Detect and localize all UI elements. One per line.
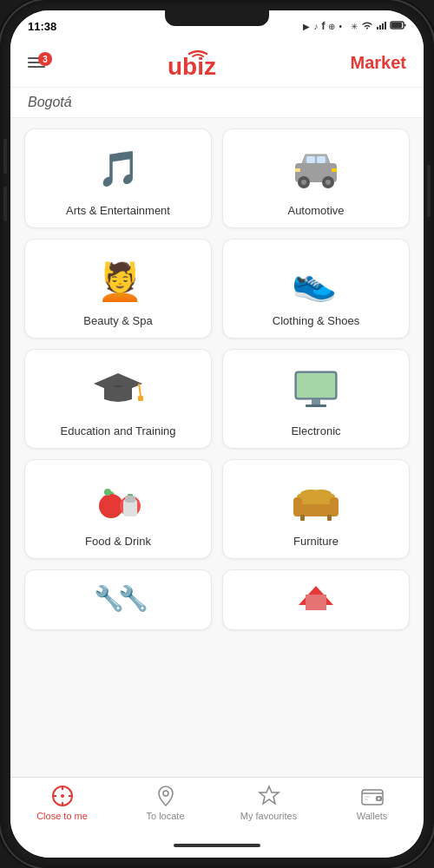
food-label: Food & Drink <box>85 535 151 548</box>
wallet-icon <box>361 785 384 807</box>
logo: ubiz <box>163 47 233 78</box>
svg-point-56 <box>378 798 380 800</box>
svg-rect-10 <box>306 156 315 163</box>
svg-text:ubiz: ubiz <box>168 53 216 80</box>
svg-text:👟: 👟 <box>292 260 338 304</box>
app-header: 3 ubiz Market <box>10 38 424 88</box>
beauty-label: Beauty & Spa <box>83 314 153 327</box>
education-icon <box>88 364 148 416</box>
signal-icon <box>377 21 387 31</box>
furniture-icon <box>286 474 346 526</box>
category-arts[interactable]: 🎵 Arts & Entertainment <box>24 128 212 228</box>
svg-point-37 <box>311 490 332 498</box>
clothing-label: Clothing & Shoes <box>273 314 359 327</box>
food-icon <box>88 474 148 526</box>
electronic-icon <box>286 364 346 416</box>
categories-grid: 🎵 Arts & Entertainment <box>24 128 410 630</box>
category-beauty[interactable]: 💆 Beauty & Spa <box>24 239 212 339</box>
svg-rect-26 <box>312 399 320 404</box>
category-furniture[interactable]: Furniture <box>222 459 410 559</box>
status-time: 11:38 <box>28 20 56 33</box>
location-bar: Bogotá <box>10 88 424 118</box>
battery-icon <box>391 21 406 31</box>
arts-icon: 🎵 <box>88 143 148 195</box>
category-food[interactable]: Food & Drink <box>24 459 212 559</box>
beauty-icon: 💆 <box>88 253 148 306</box>
automotive-label: Automotive <box>287 204 344 217</box>
bottom-nav: Close to me To locate My favourites <box>10 777 424 833</box>
svg-rect-1 <box>379 25 381 30</box>
svg-point-15 <box>326 180 331 185</box>
svg-point-13 <box>301 180 306 185</box>
category-partial1[interactable]: 🔧 🔧 <box>24 569 212 630</box>
dot-icon: • <box>339 22 342 31</box>
star-icon <box>258 785 280 807</box>
svg-rect-40 <box>300 515 305 521</box>
volume-down-button <box>3 187 7 221</box>
power-button <box>427 165 431 217</box>
svg-rect-41 <box>327 515 332 521</box>
education-label: Education and Training <box>61 424 176 437</box>
pin-icon <box>155 785 177 807</box>
categories-container: 🎵 Arts & Entertainment <box>10 118 424 777</box>
category-partial2[interactable] <box>222 569 410 630</box>
roof-icon <box>286 579 346 612</box>
electronic-label: Electronic <box>291 424 340 437</box>
wallets-label: Wallets <box>357 811 388 821</box>
menu-button[interactable]: 3 <box>28 57 45 68</box>
svg-point-28 <box>99 494 123 518</box>
svg-rect-0 <box>377 27 378 30</box>
favourites-label: My favourites <box>240 811 297 821</box>
svg-point-29 <box>104 489 111 496</box>
shield-icon: ⊕ <box>328 22 335 31</box>
svg-rect-45 <box>306 595 326 610</box>
svg-rect-27 <box>306 404 326 407</box>
arts-label: Arts & Entertainment <box>66 204 170 217</box>
youtube-icon: ▶ <box>303 22 310 31</box>
category-electronic[interactable]: Electronic <box>222 349 410 449</box>
nav-to-locate[interactable]: To locate <box>114 785 217 821</box>
ytmusic-icon: ♪ <box>313 22 318 31</box>
svg-text:🔧: 🔧 <box>118 584 148 613</box>
svg-rect-17 <box>332 168 337 172</box>
phone-frame: 11:38 ▶ ♪ f ⊕ • ✳ <box>0 0 434 868</box>
nav-favourites[interactable]: My favourites <box>217 785 320 821</box>
svg-text:💆: 💆 <box>97 260 143 304</box>
facebook-icon: f <box>321 20 325 32</box>
svg-rect-11 <box>317 156 326 163</box>
svg-point-52 <box>163 791 168 796</box>
svg-rect-33 <box>125 496 135 503</box>
svg-rect-2 <box>382 23 384 30</box>
tools-icon: 🔧 🔧 <box>88 579 148 612</box>
menu-line-3 <box>28 66 45 68</box>
market-label[interactable]: Market <box>351 53 406 73</box>
compass-icon <box>51 785 74 807</box>
home-indicator <box>10 833 424 858</box>
automotive-icon <box>286 143 346 195</box>
bluetooth-icon: ✳ <box>351 22 358 31</box>
notification-badge: 3 <box>38 52 52 66</box>
svg-rect-5 <box>404 24 406 27</box>
nav-close-to-me[interactable]: Close to me <box>10 785 114 821</box>
svg-rect-23 <box>138 396 143 401</box>
svg-rect-38 <box>293 497 302 516</box>
screen: 11:38 ▶ ♪ f ⊕ • ✳ <box>10 10 424 858</box>
category-education[interactable]: Education and Training <box>24 349 212 449</box>
category-clothing[interactable]: 👟 Clothing & Shoes <box>222 239 410 339</box>
svg-rect-25 <box>297 373 335 398</box>
svg-rect-16 <box>295 168 300 172</box>
svg-rect-39 <box>330 497 339 516</box>
nav-wallets[interactable]: Wallets <box>320 785 424 821</box>
svg-text:🎵: 🎵 <box>97 148 141 189</box>
category-automotive[interactable]: Automotive <box>222 128 410 228</box>
svg-line-22 <box>139 384 141 396</box>
close-to-me-label: Close to me <box>36 811 88 821</box>
status-icons: ▶ ♪ f ⊕ • ✳ <box>303 20 406 32</box>
svg-rect-6 <box>391 23 402 28</box>
clothing-icon: 👟 <box>286 253 346 306</box>
svg-marker-53 <box>260 786 279 804</box>
location-text: Bogotá <box>28 95 72 109</box>
volume-up-button <box>3 139 7 174</box>
ubiz-logo: ubiz <box>163 47 233 78</box>
wifi-icon <box>361 21 373 31</box>
